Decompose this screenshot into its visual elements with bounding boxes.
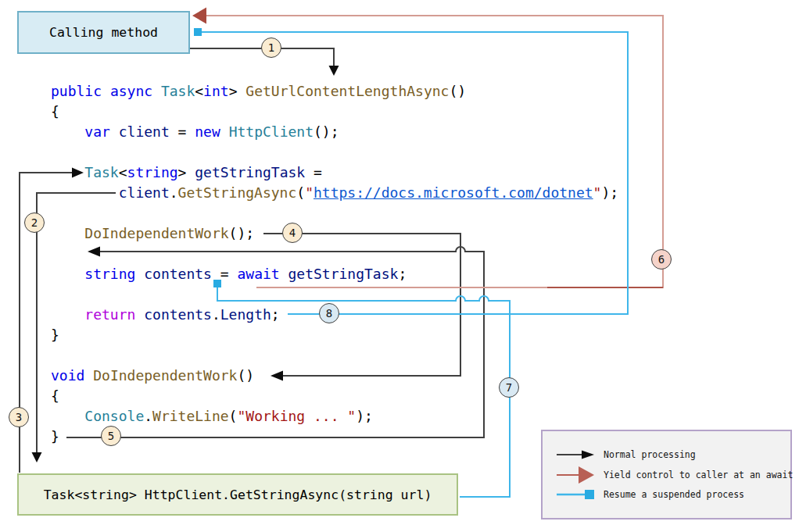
code-line: client.GetStringAsync("https://docs.micr… [51, 184, 618, 202]
step-badge-2: 2 [24, 212, 45, 233]
legend-label: Yield control to caller at an await [604, 470, 793, 480]
code-token: ); [356, 408, 373, 424]
code-token: (); [229, 225, 255, 241]
code-token: Length [220, 306, 271, 323]
url-link[interactable]: https://docs.microsoft.com/dotnet [314, 184, 593, 201]
code-token [135, 266, 144, 282]
code-token [102, 83, 110, 99]
arrow-4-head-icon [271, 371, 283, 381]
code-token: client [119, 123, 170, 140]
getstringasync-label: Task<string> HttpClient.GetStringAsync(s… [44, 487, 432, 502]
code-token: new [195, 123, 220, 140]
arrow-4-line [263, 234, 460, 376]
code-token: int [203, 83, 229, 99]
code-token: } [51, 327, 59, 343]
code-token: " [593, 184, 602, 201]
code-token: contents [144, 306, 212, 323]
code-token: (); [314, 123, 339, 140]
arrow-5-head-icon [88, 247, 100, 257]
code-token: ; [398, 266, 407, 282]
getstringasync-box: Task<string> HttpClient.GetStringAsync(s… [17, 473, 458, 516]
code-token [51, 225, 84, 241]
step-badge-6: 6 [651, 249, 672, 270]
code-token: getStringTask [288, 266, 398, 282]
code-token: = [305, 164, 322, 180]
code-line: { [51, 387, 59, 405]
async-flow-diagram: Calling method Task<string> HttpClient.G… [0, 0, 799, 532]
normal-arrow-icon [557, 449, 594, 460]
code-token: DoIndependentWork [93, 367, 237, 384]
code-token: () [449, 83, 466, 99]
code-token: > [178, 164, 195, 180]
code-token: Console [84, 408, 144, 424]
code-token [152, 83, 161, 99]
step-badge-4: 4 [282, 223, 303, 243]
code-token: ); [601, 184, 618, 201]
code-line: string contents = await getStringTask; [51, 265, 407, 284]
code-token: void [51, 367, 84, 384]
code-line: return contents.Length; [51, 305, 280, 324]
code-token: } [51, 428, 59, 445]
legend-item-yield: Yield control to caller at an await [557, 466, 793, 484]
code-token: GetStringAsync [178, 184, 297, 201]
code-token [51, 184, 119, 201]
code-line: Console.WriteLine("Working ... "); [51, 407, 373, 426]
code-token [51, 266, 84, 282]
code-line: } [51, 427, 59, 446]
code-token: () [237, 367, 254, 384]
code-token: " [305, 184, 314, 201]
step-badge-3: 3 [9, 407, 29, 427]
code-token: WriteLine [152, 408, 229, 424]
code-token: ; [271, 306, 280, 323]
code-token [135, 306, 144, 323]
arrow-2-head-icon [32, 452, 42, 462]
code-line: void DoIndependentWork() [51, 366, 254, 385]
legend-label: Normal processing [604, 449, 696, 460]
code-token: < [195, 83, 203, 99]
step-badge-5: 5 [101, 426, 121, 446]
code-token: { [51, 387, 59, 404]
legend-item-resume: Resume a suspended process [557, 485, 744, 504]
code-token: return [84, 306, 135, 323]
legend-label: Resume a suspended process [604, 489, 744, 500]
yield-arrow-icon [557, 465, 594, 485]
code-token: DoIndependentWork [84, 225, 228, 241]
code-token [51, 408, 84, 424]
calling-method-label: Calling method [49, 25, 158, 40]
step-badge-7: 7 [499, 377, 519, 398]
code-line: } [51, 326, 59, 345]
step-badge-1: 1 [261, 37, 281, 58]
code-token: ( [229, 408, 238, 424]
code-line: public async Task<int> GetUrlContentLeng… [51, 82, 466, 101]
code-token: { [51, 103, 59, 120]
arrow-8-resume-marker-icon [194, 28, 202, 36]
code-token: = [212, 266, 238, 282]
code-token [51, 164, 84, 180]
code-token: . [212, 306, 220, 323]
code-token: = [170, 123, 195, 140]
code-token: < [119, 164, 127, 180]
step-badge-8: 8 [319, 303, 339, 323]
code-token: HttpClient [229, 123, 314, 140]
code-line: var client = new HttpClient(); [51, 123, 339, 141]
code-token: ( [296, 184, 305, 201]
code-token: "Working ... " [237, 408, 356, 424]
code-token: client [119, 184, 170, 201]
code-token: . [170, 184, 178, 201]
code-token: contents [144, 266, 212, 282]
code-line: DoIndependentWork(); [51, 224, 254, 243]
legend: Normal processing Yield control to calle… [541, 430, 792, 520]
code-token [84, 367, 93, 384]
code-token: > [229, 83, 246, 99]
code-token: getStringTask [195, 164, 305, 180]
code-token: public [51, 83, 102, 99]
code-token [51, 306, 84, 323]
calling-method-box: Calling method [17, 11, 190, 54]
resume-marker-icon [557, 489, 594, 500]
code-token: async [110, 83, 152, 99]
code-token: await [237, 266, 279, 282]
code-token [51, 123, 84, 140]
code-token [220, 123, 229, 140]
code-token: Task [161, 83, 195, 99]
arrow-1-head-icon [329, 66, 339, 76]
